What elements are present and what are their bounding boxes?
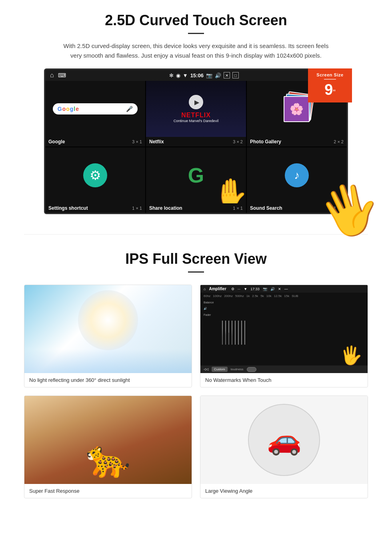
amp-back-btn[interactable]: ◁◁: [204, 367, 208, 371]
bluetooth-icon: ✻: [169, 72, 174, 78]
section1-title: 2.5D Curved Touch Screen: [24, 12, 368, 29]
car-label: Large Viewing Angle: [200, 484, 368, 498]
amp-body: Balance 🔊 Fader: [200, 299, 368, 365]
badge-divider: [324, 79, 336, 80]
camera-icon: 📷: [206, 72, 212, 78]
amp-freq-row: 60hz100hz200hz500hz1k2.5k5k10k12.5k15kSU…: [200, 293, 368, 299]
car-circle: 🚗: [248, 404, 320, 476]
feature-card-sunlight: No light reflecting under 360° direct su…: [24, 285, 192, 387]
eq-bar-3[interactable]: [228, 321, 229, 345]
amp-home-icon: ⌂: [204, 287, 206, 291]
amp-speaker-icon: 🔊: [204, 307, 220, 310]
amplifier-image: ⌂ Amplifier ⚙ ··· ▼ 17:33 📷 🔊 ✕ — 60hz10…: [200, 285, 368, 373]
eq-bar-8[interactable]: [244, 321, 245, 345]
sunlight-glow: [78, 290, 138, 350]
google-search-bar[interactable]: Google 🎤: [53, 103, 138, 114]
section-ips: IPS Full Screen View No light reflecting…: [0, 247, 392, 510]
feature-card-car: 🚗 Large Viewing Angle: [200, 395, 368, 498]
netflix-title: NETFLIX: [174, 112, 218, 119]
section-divider: [24, 234, 368, 235]
app-cell-netflix[interactable]: ▶ NETFLIX Continue Marvel's Daredevil Ne…: [146, 81, 246, 147]
settings-label-row: Settings shortcut 1 × 1: [45, 203, 145, 213]
status-time: 15:06: [190, 72, 204, 78]
screen-size-badge: Screen Size 9": [308, 68, 352, 102]
gallery-label-row: Photo Gallery 2 × 2: [247, 137, 347, 147]
gallery-app-name: Photo Gallery: [250, 139, 281, 145]
home-icon[interactable]: ⌂: [50, 72, 54, 79]
amp-dots: ···: [238, 287, 241, 291]
play-icon: ▶: [194, 98, 199, 106]
app-cell-settings[interactable]: ⚙ Settings shortcut 1 × 1: [45, 147, 145, 213]
car-image: 🚗: [200, 396, 368, 484]
app-cell-sound[interactable]: ♪ Sound Search 1 × 1: [247, 147, 347, 213]
sunlight-bottom-gradient: [24, 349, 192, 373]
cheetah-label: Super Fast Response: [24, 484, 192, 498]
ips-title-divider: [188, 271, 204, 273]
device-screen: ⌂ ⌨ ✻ ◉ ▼ 15:06 📷 🔊 ✕ □: [44, 68, 348, 214]
feature-card-cheetah: 🐆 Super Fast Response: [24, 395, 192, 498]
sound-label-row: Sound Search 1 × 1: [247, 203, 347, 213]
g-red2: e: [76, 106, 79, 112]
settings-app-name: Settings shortcut: [48, 205, 88, 211]
gallery-app-size: 2 × 2: [334, 139, 344, 144]
app-grid: Google 🎤 Google 3 × 1: [45, 81, 347, 213]
feature-card-amplifier: ⌂ Amplifier ⚙ ··· ▼ 17:33 📷 🔊 ✕ — 60hz10…: [200, 285, 368, 387]
badge-size-number: 9: [324, 81, 333, 98]
google-content: Google 🎤: [45, 81, 145, 137]
amp-wifi: ▼: [244, 287, 247, 291]
amp-win: —: [284, 287, 288, 291]
section1-description: With 2.5D curved-display screen, this de…: [60, 41, 332, 60]
app-cell-location[interactable]: G 🤚 Share location 1 × 1: [146, 147, 246, 213]
loudness-label: loudness: [231, 367, 244, 371]
eq-bars: [221, 317, 364, 349]
location-app-size: 1 × 1: [233, 206, 243, 211]
netflix-label-row: Netflix 3 × 2: [146, 137, 246, 147]
cheetah-image: 🐆: [24, 396, 192, 484]
amp-close: ✕: [278, 287, 281, 291]
amp-screen: ⌂ Amplifier ⚙ ··· ▼ 17:33 📷 🔊 ✕ — 60hz10…: [200, 285, 368, 373]
amplifier-label: No Watermarks When Touch: [200, 373, 368, 387]
settings-content: ⚙: [45, 147, 145, 203]
eq-bar-7[interactable]: [241, 321, 242, 345]
app-cell-google[interactable]: Google 🎤 Google 3 × 1: [45, 81, 145, 147]
location-content: G 🤚: [146, 147, 246, 203]
netflix-play-button[interactable]: ▶: [189, 95, 203, 109]
settings-icon-wrap: ⚙: [83, 163, 107, 187]
netflix-info: ▶ NETFLIX Continue Marvel's Daredevil: [174, 95, 218, 123]
music-icon-wrap: ♪: [285, 163, 309, 187]
usb-icon: ⌨: [58, 72, 66, 78]
eq-bar-2[interactable]: [225, 321, 226, 345]
window-icon[interactable]: □: [232, 72, 239, 78]
status-bar: ⌂ ⌨ ✻ ◉ ▼ 15:06 📷 🔊 ✕ □: [45, 70, 347, 81]
g-red: o: [62, 106, 66, 112]
status-center: ✻ ◉ ▼ 15:06 📷 🔊 ✕ □: [169, 72, 239, 78]
amp-time: 17:33: [250, 287, 260, 291]
g-blue: G: [58, 106, 62, 112]
close-icon[interactable]: ✕: [224, 72, 230, 78]
g-blue2: g: [70, 106, 74, 112]
google-app-name: Google: [48, 139, 65, 145]
features-grid: No light reflecting under 360° direct su…: [24, 285, 368, 498]
device-wrapper: Screen Size 9" ⌂ ⌨ ✻ ◉ ▼ 15:06 📷 🔊: [44, 68, 348, 214]
eq-bar-6[interactable]: [238, 321, 239, 345]
sound-content: ♪: [247, 147, 347, 203]
section-curved-touch: 2.5D Curved Touch Screen With 2.5D curve…: [0, 0, 392, 222]
netflix-app-name: Netflix: [149, 139, 164, 145]
volume-icon: 🔊: [215, 72, 221, 78]
status-left: ⌂ ⌨: [50, 72, 66, 79]
balance-label: Balance: [204, 301, 220, 304]
google-app-size: 3 × 1: [132, 139, 142, 144]
sound-app-name: Sound Search: [250, 205, 282, 211]
eq-bar-5[interactable]: [235, 321, 236, 345]
google-mic-icon[interactable]: 🎤: [126, 106, 133, 112]
loudness-toggle[interactable]: [247, 367, 256, 372]
netflix-subtitle: Continue Marvel's Daredevil: [174, 119, 218, 123]
sunlight-label: No light reflecting under 360° direct su…: [24, 373, 192, 387]
g-green: l: [74, 106, 75, 112]
eq-bar-1[interactable]: [222, 321, 223, 345]
daredevil-bg: ▶ NETFLIX Continue Marvel's Daredevil: [146, 81, 246, 137]
section2-title: IPS Full Screen View: [24, 251, 368, 267]
eq-bar-4[interactable]: [232, 321, 232, 345]
badge-size: 9": [311, 81, 349, 98]
custom-button[interactable]: Custom: [212, 367, 228, 372]
